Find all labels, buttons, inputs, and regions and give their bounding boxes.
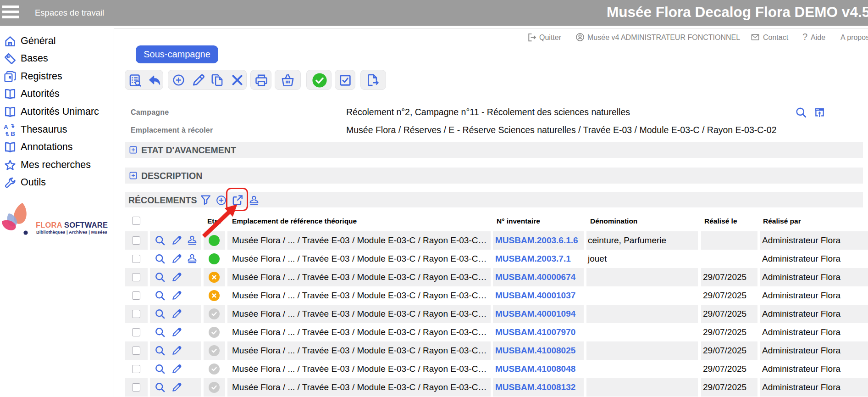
- svg-text:FLORA SOFTWARE: FLORA SOFTWARE: [36, 221, 108, 229]
- svg-text:B: B: [11, 130, 15, 136]
- svg-text:A: A: [4, 123, 8, 130]
